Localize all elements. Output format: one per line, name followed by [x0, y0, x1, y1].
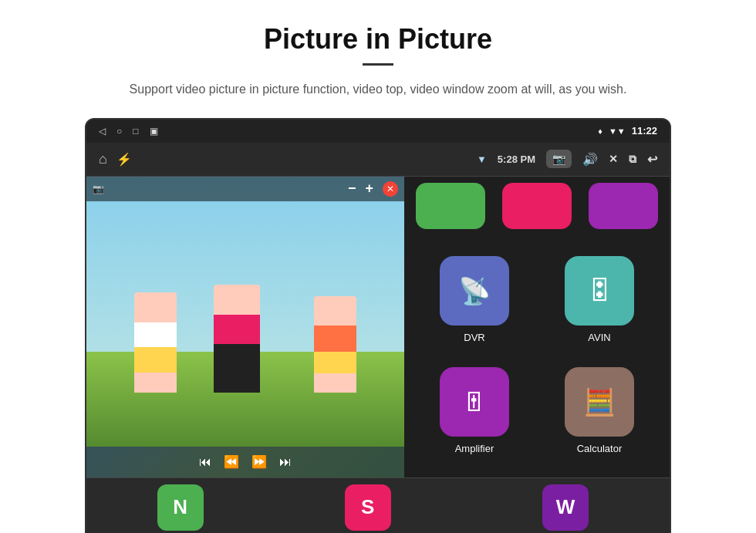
app-label-amplifier: Amplifier: [455, 443, 494, 454]
pip-mode-icon[interactable]: ⧉: [629, 153, 636, 166]
dvr-icon: 📡: [458, 275, 491, 306]
partial-app-siriusxm: [498, 183, 575, 229]
location-icon: ♦: [598, 127, 602, 136]
app-icon-calculator: 🧮: [565, 367, 634, 437]
partial-icon-pink: [502, 183, 572, 229]
pip-resize-controls: − + ✕: [348, 180, 398, 197]
video-section: 📷 − + ✕ ⏮ ⏪ ⏩ ⏭: [86, 177, 404, 477]
person-3: [314, 296, 356, 393]
page-title: Picture in Picture: [264, 23, 492, 56]
app-bar: ⌂ ⚡ ▼ 5:28 PM 📷 🔊 ✕ ⧉ ↩: [86, 143, 670, 177]
skip-prev-button[interactable]: ⏮: [199, 455, 211, 469]
pip-grow-button[interactable]: +: [365, 180, 373, 197]
main-content: 📷 − + ✕ ⏮ ⏪ ⏩ ⏭: [86, 177, 670, 477]
calculator-icon: 🧮: [583, 386, 616, 417]
app-label-avin: AVIN: [588, 332, 610, 343]
skip-next-button[interactable]: ⏭: [279, 455, 292, 469]
pip-camera-icon: 📷: [93, 184, 104, 194]
back-button-icon[interactable]: ↩: [647, 152, 657, 167]
bottom-app-netflix[interactable]: N Netflix: [157, 484, 204, 533]
app-bar-time: 5:28 PM: [498, 153, 535, 165]
partial-apps-row: [404, 177, 670, 242]
cast-nav-icon[interactable]: ▣: [150, 126, 158, 137]
home-icon[interactable]: ⌂: [99, 151, 107, 167]
app-icon-dvr: 📡: [440, 256, 509, 326]
status-bar: ◁ ○ □ ▣ ♦ ▼▼ 11:22: [86, 120, 670, 143]
app-item-amplifier[interactable]: 🎚 Amplifier: [412, 359, 537, 471]
partial-icon-purple: [589, 183, 658, 229]
video-scene: [86, 177, 404, 447]
avin-icon: 🎛: [586, 275, 613, 305]
page-container: Picture in Picture Support video picture…: [0, 0, 756, 533]
home-nav-icon[interactable]: ○: [116, 126, 122, 137]
status-bar-left: ◁ ○ □ ▣: [99, 126, 158, 137]
app-bar-right: ▼ 5:28 PM 📷 🔊 ✕ ⧉ ↩: [477, 150, 657, 168]
usb-icon[interactable]: ⚡: [116, 152, 132, 167]
siriusxm-icon-box: S: [345, 484, 391, 531]
wifi-signal-icon: ▼▼: [609, 127, 626, 136]
app-label-dvr: DVR: [464, 332, 484, 343]
page-subtitle: Support video picture in picture functio…: [130, 79, 627, 100]
partial-icon-green: [416, 183, 485, 229]
person-2: [214, 285, 260, 393]
recents-nav-icon[interactable]: □: [133, 126, 138, 137]
partial-app-wheelkey: [585, 183, 662, 229]
pip-close-button[interactable]: ✕: [383, 181, 398, 197]
partial-app-netflix: [412, 183, 489, 229]
title-divider: [363, 63, 393, 66]
status-time: 11:22: [632, 125, 657, 137]
amplifier-icon: 🎚: [461, 387, 488, 417]
device-frame: ◁ ○ □ ▣ ♦ ▼▼ 11:22 ⌂ ⚡ ▼ 5:28 PM 📷 🔊: [85, 118, 671, 533]
back-nav-icon[interactable]: ◁: [99, 126, 106, 137]
bottom-app-siriusxm[interactable]: S SiriusXM: [345, 484, 391, 533]
netflix-icon: N: [173, 495, 187, 519]
app-grid-section: 📡 DVR 🎛 AVIN 🎚 Amplifier: [404, 177, 670, 477]
wheelkey-icon: W: [556, 495, 575, 519]
app-item-calculator[interactable]: 🧮 Calculator: [537, 359, 662, 471]
pip-controls-bar: 📷 − + ✕: [86, 177, 404, 201]
close-pip-icon[interactable]: ✕: [609, 153, 618, 165]
bottom-app-wheelkey[interactable]: W Wheelkey Study: [532, 484, 599, 533]
bottom-apps-row: N Netflix S SiriusXM W Wheelkey Study: [86, 477, 670, 533]
app-bar-left: ⌂ ⚡: [99, 151, 132, 167]
app-icon-amplifier: 🎚: [440, 367, 509, 437]
status-bar-right: ♦ ▼▼ 11:22: [598, 125, 657, 137]
wifi-icon: ▼: [477, 153, 487, 165]
app-icon-avin: 🎛: [565, 256, 634, 326]
pip-shrink-button[interactable]: −: [348, 180, 356, 197]
fast-forward-button[interactable]: ⏩: [251, 454, 267, 469]
app-label-calculator: Calculator: [577, 443, 623, 454]
wheelkey-icon-box: W: [542, 484, 589, 531]
app-item-avin[interactable]: 🎛 AVIN: [537, 248, 662, 360]
camera-button[interactable]: 📷: [546, 150, 572, 168]
pip-close-icon: ✕: [386, 184, 394, 194]
pip-playback-controls: ⏮ ⏪ ⏩ ⏭: [86, 447, 404, 477]
app-grid: 📡 DVR 🎛 AVIN 🎚 Amplifier: [404, 242, 670, 477]
siriusxm-icon: S: [361, 495, 374, 519]
rewind-button[interactable]: ⏪: [224, 454, 239, 469]
app-item-dvr[interactable]: 📡 DVR: [412, 248, 537, 360]
volume-icon[interactable]: 🔊: [582, 152, 598, 167]
netflix-icon-box: N: [157, 484, 204, 531]
person-1: [134, 292, 177, 393]
